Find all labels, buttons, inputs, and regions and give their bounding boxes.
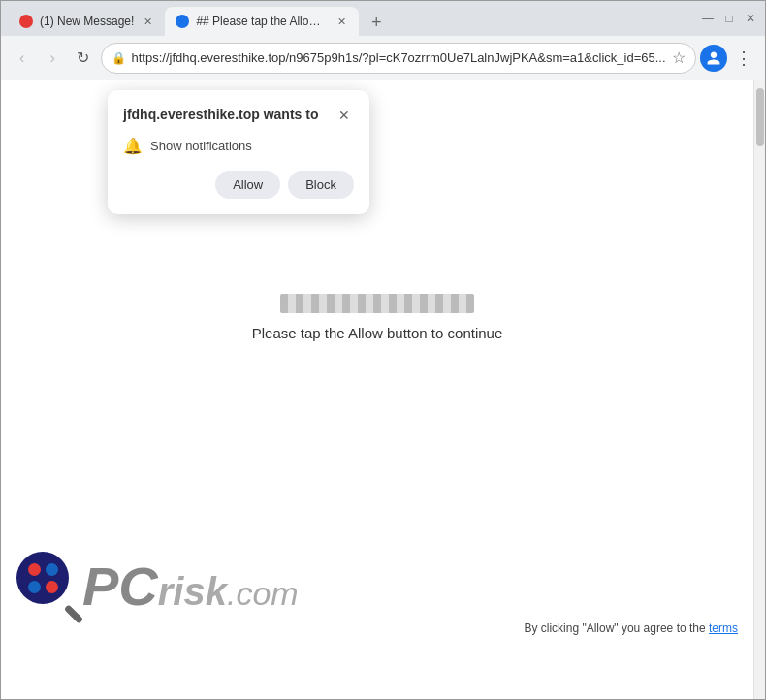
popup-header: jfdhq.everesthike.top wants to ✕ xyxy=(123,106,354,125)
tab1-close-button[interactable]: ✕ xyxy=(140,14,155,29)
pcrisk-pc-text: PC xyxy=(82,559,158,614)
popup-title: jfdhq.everesthike.top wants to xyxy=(123,106,318,123)
notification-icon xyxy=(19,15,33,28)
tab1-favicon xyxy=(18,14,34,29)
allow-button[interactable]: Allow xyxy=(215,171,280,199)
popup-permission-row: 🔔 Show notifications xyxy=(123,137,354,155)
tab-2[interactable]: ## Please tap the Allow button... ✕ xyxy=(165,7,359,36)
page-body: jfdhq.everesthike.top wants to ✕ 🔔 Show … xyxy=(1,80,753,643)
bell-icon: 🔔 xyxy=(123,137,143,155)
terms-link[interactable]: terms xyxy=(709,621,738,635)
pcrisk-brand-text: PC risk .com xyxy=(82,559,299,614)
loading-bar xyxy=(280,294,474,313)
dot-blue-top xyxy=(46,563,58,576)
navigation-bar: ‹ › ↻ 🔒 https://jfdhq.everesthike.top/n9… xyxy=(1,36,765,80)
pcrisk-logo: PC risk .com xyxy=(16,552,738,621)
content-area: jfdhq.everesthike.top wants to ✕ 🔔 Show … xyxy=(1,80,765,699)
page-main-content: Please tap the Allow button to continue xyxy=(252,294,503,341)
page-footer: PC risk .com By clicking "Allow" you agr… xyxy=(1,542,753,643)
pcrisk-magnifier-icon xyxy=(16,552,86,621)
lock-icon: 🔒 xyxy=(112,51,126,65)
pcrisk-dotcom-text: .com xyxy=(227,577,299,610)
window-controls: — □ ✕ xyxy=(701,12,757,25)
profile-button[interactable] xyxy=(700,43,727,74)
address-bar[interactable]: 🔒 https://jfdhq.everesthike.top/n9675p9h… xyxy=(101,43,696,74)
title-bar: (1) New Message! ✕ ## Please tap the All… xyxy=(1,1,765,36)
popup-close-button[interactable]: ✕ xyxy=(335,106,354,125)
maximize-button[interactable]: □ xyxy=(722,12,736,25)
dot-blue-bottom xyxy=(28,581,41,593)
new-tab-button[interactable]: + xyxy=(363,9,390,36)
scrollbar-thumb[interactable] xyxy=(756,88,764,146)
reload-button[interactable]: ↻ xyxy=(70,43,97,74)
url-text: https://jfdhq.everesthike.top/n9675p9h1s… xyxy=(132,50,666,65)
tab2-title: ## Please tap the Allow button... xyxy=(196,15,328,28)
tab-list: (1) New Message! ✕ ## Please tap the All… xyxy=(9,1,701,36)
popup-actions: Allow Block xyxy=(123,171,354,199)
footer-disclaimer: By clicking "Allow" you agree to the ter… xyxy=(16,621,738,635)
magnifier-circle xyxy=(16,552,69,604)
close-window-button[interactable]: ✕ xyxy=(744,12,757,25)
popup-permission-text: Show notifications xyxy=(150,139,252,153)
forward-button[interactable]: › xyxy=(40,43,67,74)
globe-icon xyxy=(176,15,189,28)
magnifier-dots xyxy=(28,563,58,593)
profile-avatar xyxy=(700,45,727,72)
tab1-title: (1) New Message! xyxy=(40,15,134,28)
back-button[interactable]: ‹ xyxy=(9,43,36,74)
tab2-close-button[interactable]: ✕ xyxy=(334,14,349,29)
browser-window: (1) New Message! ✕ ## Please tap the All… xyxy=(0,0,766,700)
tab2-favicon xyxy=(175,14,190,29)
notification-permission-popup: jfdhq.everesthike.top wants to ✕ 🔔 Show … xyxy=(108,90,369,214)
page-instruction-text: Please tap the Allow button to continue xyxy=(252,325,503,341)
tab-1[interactable]: (1) New Message! ✕ xyxy=(9,7,165,36)
vertical-scrollbar[interactable] xyxy=(753,80,765,699)
disclaimer-text: By clicking "Allow" you agree to the xyxy=(524,621,705,635)
bookmark-icon[interactable]: ☆ xyxy=(672,48,686,67)
dot-red-top xyxy=(28,563,41,576)
minimize-button[interactable]: — xyxy=(701,12,715,25)
magnifier-handle xyxy=(64,604,84,624)
dot-red-bottom xyxy=(46,581,58,593)
more-menu-button[interactable]: ⋮ xyxy=(731,43,758,74)
page-content: jfdhq.everesthike.top wants to ✕ 🔔 Show … xyxy=(1,80,753,699)
block-button[interactable]: Block xyxy=(288,171,354,199)
pcrisk-risk-text: risk xyxy=(158,572,227,611)
